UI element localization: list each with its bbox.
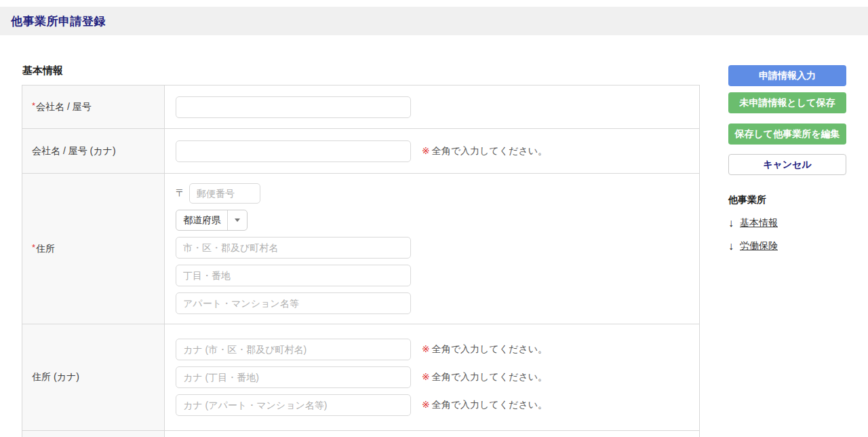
- postal-code-input[interactable]: [189, 183, 260, 204]
- partial-row-label: [22, 431, 165, 437]
- company-name-kana-cell: ※全角で入力してください。: [165, 129, 699, 173]
- enter-application-info-button[interactable]: 申請情報入力: [728, 65, 846, 86]
- address-kana-cell: ※全角で入力してください。 ※全角で入力してください。 ※全角で入力してください…: [165, 324, 699, 430]
- street-input[interactable]: [176, 265, 411, 286]
- other-office-heading: 他事業所: [728, 194, 846, 206]
- save-as-unapplied-button[interactable]: 未申請情報として保存: [728, 92, 846, 113]
- address-kana-label: 住所 (カナ): [22, 324, 165, 430]
- company-name-kana-input[interactable]: [176, 140, 411, 162]
- down-arrow-icon: ↓: [728, 218, 734, 229]
- address-label: *住所: [22, 174, 165, 324]
- nav-item-basic-info[interactable]: ↓ 基本情報: [728, 217, 846, 229]
- form-row-company-name: *会社名 / 屋号: [22, 86, 699, 129]
- address-cell: 〒 都道府県: [165, 174, 699, 324]
- form-area: 基本情報 *会社名 / 屋号 会社名 / 屋号 (カナ) ※全角で入力してくださ…: [22, 35, 700, 437]
- city-input[interactable]: [176, 237, 411, 259]
- form-row-company-name-kana: 会社名 / 屋号 (カナ) ※全角で入力してください。: [22, 129, 699, 174]
- section-heading: 基本情報: [22, 65, 700, 75]
- company-name-input[interactable]: [176, 96, 411, 118]
- labor-insurance-link: 労働保険: [740, 240, 778, 252]
- page-title-bar: 他事業所申請登録: [0, 7, 868, 35]
- city-kana-input[interactable]: [176, 339, 411, 360]
- company-name-cell: [165, 86, 699, 128]
- action-sidebar: 申請情報入力 未申請情報として保存 保存して他事業所を編集 キャンセル 他事業所…: [728, 65, 846, 252]
- other-office-nav: 他事業所 ↓ 基本情報 ↓ 労働保険: [728, 194, 846, 252]
- prefecture-select[interactable]: 都道府県: [176, 210, 248, 231]
- postal-mark-icon: 〒: [176, 187, 185, 200]
- cancel-button[interactable]: キャンセル: [728, 154, 846, 175]
- form-row-partial: [22, 431, 699, 437]
- prefecture-selected-value: 都道府県: [176, 210, 227, 230]
- basic-info-link: 基本情報: [740, 217, 778, 229]
- company-name-kana-label: 会社名 / 屋号 (カナ): [22, 129, 165, 173]
- company-name-label: *会社名 / 屋号: [22, 86, 165, 128]
- chevron-down-icon: [228, 210, 247, 230]
- fullwidth-note: ※全角で入力してください。: [422, 145, 547, 157]
- street-kana-input[interactable]: [176, 366, 411, 388]
- down-arrow-icon: ↓: [728, 241, 734, 252]
- building-input[interactable]: [176, 292, 411, 314]
- save-and-edit-office-button[interactable]: 保存して他事業所を編集: [728, 124, 846, 145]
- partial-row-cell: [165, 431, 699, 437]
- form-row-address: *住所 〒 都道府県: [22, 174, 699, 324]
- nav-item-labor-insurance[interactable]: ↓ 労働保険: [728, 240, 846, 252]
- required-mark: *: [32, 242, 35, 252]
- building-kana-input[interactable]: [176, 394, 411, 416]
- basic-info-table: *会社名 / 屋号 会社名 / 屋号 (カナ) ※全角で入力してください。: [22, 85, 700, 437]
- fullwidth-note: ※全角で入力してください。: [422, 343, 547, 356]
- form-row-address-kana: 住所 (カナ) ※全角で入力してください。 ※全角で入力してください。 ※全角で…: [22, 324, 699, 431]
- page-title: 他事業所申請登録: [11, 14, 106, 29]
- fullwidth-note: ※全角で入力してください。: [422, 399, 547, 411]
- fullwidth-note: ※全角で入力してください。: [422, 371, 547, 383]
- required-mark: *: [32, 100, 35, 111]
